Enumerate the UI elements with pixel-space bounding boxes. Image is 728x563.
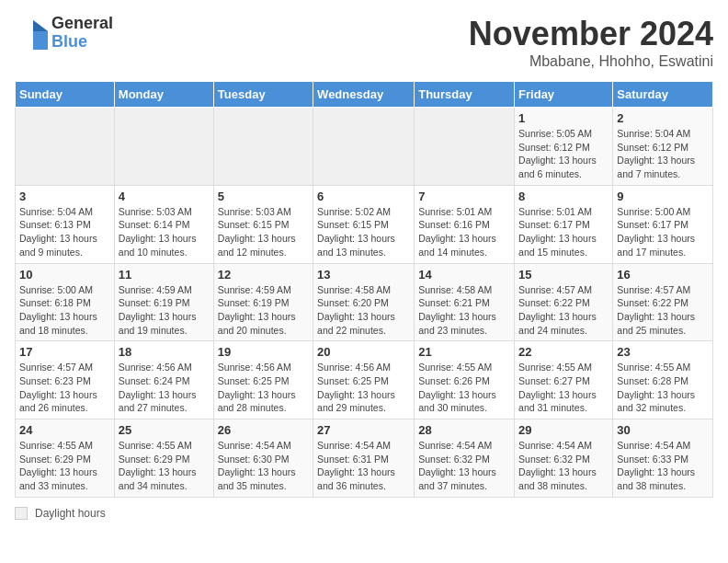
calendar-cell bbox=[415, 108, 515, 186]
calendar-header: SundayMondayTuesdayWednesdayThursdayFrid… bbox=[16, 82, 713, 108]
day-info: Sunrise: 5:03 AM Sunset: 6:15 PM Dayligh… bbox=[218, 205, 309, 259]
header: General Blue November 2024 Mbabane, Hhoh… bbox=[15, 15, 713, 70]
day-info: Sunrise: 4:58 AM Sunset: 6:20 PM Dayligh… bbox=[317, 283, 410, 338]
header-cell-friday: Friday bbox=[515, 82, 613, 108]
day-number: 22 bbox=[518, 345, 609, 359]
calendar-cell: 13Sunrise: 4:58 AM Sunset: 6:20 PM Dayli… bbox=[313, 263, 415, 341]
day-number: 12 bbox=[218, 268, 309, 282]
header-cell-saturday: Saturday bbox=[613, 82, 713, 108]
calendar-cell: 15Sunrise: 4:57 AM Sunset: 6:22 PM Dayli… bbox=[515, 263, 613, 341]
calendar-cell: 14Sunrise: 4:58 AM Sunset: 6:21 PM Dayli… bbox=[415, 263, 515, 341]
subtitle: Mbabane, Hhohho, Eswatini bbox=[469, 53, 713, 70]
logo-icon bbox=[15, 17, 48, 50]
calendar-cell: 22Sunrise: 4:55 AM Sunset: 6:27 PM Dayli… bbox=[515, 341, 613, 419]
calendar-cell: 2Sunrise: 5:04 AM Sunset: 6:12 PM Daylig… bbox=[613, 108, 713, 186]
day-number: 7 bbox=[418, 190, 510, 203]
calendar-cell bbox=[213, 108, 313, 186]
calendar-cell: 3Sunrise: 5:04 AM Sunset: 6:13 PM Daylig… bbox=[16, 185, 115, 263]
day-number: 15 bbox=[518, 268, 609, 282]
calendar-body: 1Sunrise: 5:05 AM Sunset: 6:12 PM Daylig… bbox=[16, 108, 713, 498]
day-number: 4 bbox=[119, 190, 210, 203]
header-row: SundayMondayTuesdayWednesdayThursdayFrid… bbox=[16, 82, 713, 108]
day-number: 5 bbox=[218, 190, 309, 203]
day-number: 28 bbox=[418, 423, 510, 437]
logo-general-text: General bbox=[51, 15, 113, 33]
day-info: Sunrise: 4:54 AM Sunset: 6:32 PM Dayligh… bbox=[418, 439, 510, 493]
svg-marker-1 bbox=[33, 20, 48, 31]
day-info: Sunrise: 4:58 AM Sunset: 6:21 PM Dayligh… bbox=[418, 283, 510, 338]
day-number: 21 bbox=[418, 345, 510, 359]
day-number: 6 bbox=[317, 190, 410, 203]
legend-label: Daylight hours bbox=[35, 507, 106, 520]
day-number: 10 bbox=[19, 268, 110, 282]
calendar-week-1: 1Sunrise: 5:05 AM Sunset: 6:12 PM Daylig… bbox=[16, 108, 713, 186]
day-number: 3 bbox=[19, 190, 110, 203]
day-info: Sunrise: 4:59 AM Sunset: 6:19 PM Dayligh… bbox=[218, 283, 309, 338]
day-number: 19 bbox=[218, 345, 309, 359]
calendar-cell: 20Sunrise: 4:56 AM Sunset: 6:25 PM Dayli… bbox=[313, 341, 415, 419]
calendar-cell: 10Sunrise: 5:00 AM Sunset: 6:18 PM Dayli… bbox=[16, 263, 115, 341]
day-info: Sunrise: 4:54 AM Sunset: 6:30 PM Dayligh… bbox=[218, 439, 309, 493]
day-number: 1 bbox=[518, 111, 609, 125]
day-info: Sunrise: 4:57 AM Sunset: 6:22 PM Dayligh… bbox=[518, 283, 609, 338]
day-number: 14 bbox=[418, 268, 510, 282]
day-number: 13 bbox=[317, 268, 410, 282]
calendar-week-4: 17Sunrise: 4:57 AM Sunset: 6:23 PM Dayli… bbox=[16, 341, 713, 419]
calendar-week-3: 10Sunrise: 5:00 AM Sunset: 6:18 PM Dayli… bbox=[16, 263, 713, 341]
calendar-cell: 11Sunrise: 4:59 AM Sunset: 6:19 PM Dayli… bbox=[114, 263, 213, 341]
day-number: 23 bbox=[617, 345, 709, 359]
day-info: Sunrise: 4:56 AM Sunset: 6:25 PM Dayligh… bbox=[317, 361, 410, 415]
day-info: Sunrise: 4:56 AM Sunset: 6:25 PM Dayligh… bbox=[218, 361, 309, 415]
calendar-week-2: 3Sunrise: 5:04 AM Sunset: 6:13 PM Daylig… bbox=[16, 185, 713, 263]
day-info: Sunrise: 4:54 AM Sunset: 6:32 PM Dayligh… bbox=[518, 439, 609, 493]
day-number: 20 bbox=[317, 345, 410, 359]
day-info: Sunrise: 5:04 AM Sunset: 6:13 PM Dayligh… bbox=[19, 205, 110, 259]
day-info: Sunrise: 4:57 AM Sunset: 6:23 PM Dayligh… bbox=[19, 361, 110, 415]
legend-box bbox=[15, 507, 28, 520]
calendar-cell bbox=[313, 108, 415, 186]
day-info: Sunrise: 4:56 AM Sunset: 6:24 PM Dayligh… bbox=[119, 361, 210, 415]
calendar-cell: 24Sunrise: 4:55 AM Sunset: 6:29 PM Dayli… bbox=[16, 419, 115, 498]
calendar-cell bbox=[16, 108, 115, 186]
calendar-cell: 9Sunrise: 5:00 AM Sunset: 6:17 PM Daylig… bbox=[613, 185, 713, 263]
calendar-cell: 4Sunrise: 5:03 AM Sunset: 6:14 PM Daylig… bbox=[114, 185, 213, 263]
day-number: 27 bbox=[317, 423, 410, 437]
day-info: Sunrise: 5:05 AM Sunset: 6:12 PM Dayligh… bbox=[518, 127, 609, 181]
calendar-cell: 19Sunrise: 4:56 AM Sunset: 6:25 PM Dayli… bbox=[213, 341, 313, 419]
calendar-cell: 18Sunrise: 4:56 AM Sunset: 6:24 PM Dayli… bbox=[114, 341, 213, 419]
calendar-cell: 1Sunrise: 5:05 AM Sunset: 6:12 PM Daylig… bbox=[515, 108, 613, 186]
header-cell-sunday: Sunday bbox=[16, 82, 115, 108]
day-info: Sunrise: 5:02 AM Sunset: 6:15 PM Dayligh… bbox=[317, 205, 410, 259]
day-info: Sunrise: 4:55 AM Sunset: 6:29 PM Dayligh… bbox=[19, 439, 110, 493]
day-number: 30 bbox=[617, 423, 709, 437]
calendar-cell: 7Sunrise: 5:01 AM Sunset: 6:16 PM Daylig… bbox=[415, 185, 515, 263]
calendar-cell: 23Sunrise: 4:55 AM Sunset: 6:28 PM Dayli… bbox=[613, 341, 713, 419]
day-number: 29 bbox=[518, 423, 609, 437]
day-number: 16 bbox=[617, 268, 709, 282]
day-info: Sunrise: 5:04 AM Sunset: 6:12 PM Dayligh… bbox=[617, 127, 709, 181]
calendar-cell: 29Sunrise: 4:54 AM Sunset: 6:32 PM Dayli… bbox=[515, 419, 613, 498]
day-number: 2 bbox=[617, 111, 709, 125]
logo-text: General Blue bbox=[51, 15, 113, 52]
calendar-week-5: 24Sunrise: 4:55 AM Sunset: 6:29 PM Dayli… bbox=[16, 419, 713, 498]
day-number: 11 bbox=[119, 268, 210, 282]
day-info: Sunrise: 5:00 AM Sunset: 6:18 PM Dayligh… bbox=[19, 283, 110, 338]
logo: General Blue bbox=[15, 15, 113, 52]
calendar-cell: 28Sunrise: 4:54 AM Sunset: 6:32 PM Dayli… bbox=[415, 419, 515, 498]
day-info: Sunrise: 5:01 AM Sunset: 6:17 PM Dayligh… bbox=[518, 205, 609, 259]
day-info: Sunrise: 5:03 AM Sunset: 6:14 PM Dayligh… bbox=[119, 205, 210, 259]
calendar-cell: 17Sunrise: 4:57 AM Sunset: 6:23 PM Dayli… bbox=[16, 341, 115, 419]
header-cell-tuesday: Tuesday bbox=[213, 82, 313, 108]
day-info: Sunrise: 4:55 AM Sunset: 6:26 PM Dayligh… bbox=[418, 361, 510, 415]
header-cell-monday: Monday bbox=[114, 82, 213, 108]
day-number: 8 bbox=[518, 190, 609, 203]
day-info: Sunrise: 4:54 AM Sunset: 6:33 PM Dayligh… bbox=[617, 439, 709, 493]
day-info: Sunrise: 4:57 AM Sunset: 6:22 PM Dayligh… bbox=[617, 283, 709, 338]
calendar-cell: 12Sunrise: 4:59 AM Sunset: 6:19 PM Dayli… bbox=[213, 263, 313, 341]
day-info: Sunrise: 5:01 AM Sunset: 6:16 PM Dayligh… bbox=[418, 205, 510, 259]
logo-blue-text: Blue bbox=[51, 33, 113, 52]
day-number: 26 bbox=[218, 423, 309, 437]
day-info: Sunrise: 4:55 AM Sunset: 6:27 PM Dayligh… bbox=[518, 361, 609, 415]
legend: Daylight hours bbox=[15, 507, 713, 520]
day-number: 18 bbox=[119, 345, 210, 359]
